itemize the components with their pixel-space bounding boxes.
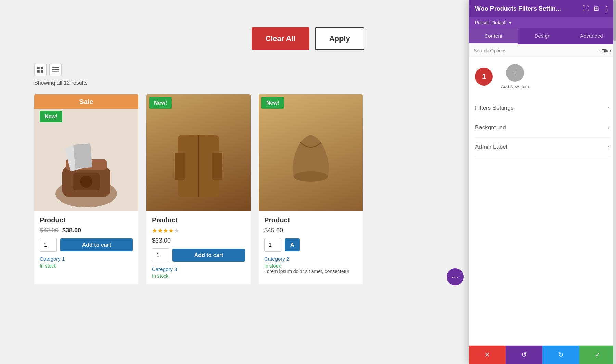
panel-preset[interactable]: Preset: Default ▾ xyxy=(469,17,616,28)
panel-header-icons: ⛶ ⊞ ⋮ xyxy=(583,5,610,12)
new-badge: New! xyxy=(149,97,172,109)
items-row: 1 + Add New Item xyxy=(475,64,610,89)
preset-label: Preset: Default xyxy=(475,20,507,25)
original-price: $42.00 xyxy=(40,227,59,234)
new-badge: New! xyxy=(261,97,284,109)
svg-rect-13 xyxy=(73,143,92,169)
scrollbar-track xyxy=(613,0,616,364)
bottom-action-bar: ✕ ↺ ↻ ✓ xyxy=(469,345,616,364)
accordion-title-admin: Admin Label xyxy=(475,144,508,151)
product-image: New! xyxy=(259,94,363,211)
cancel-button[interactable]: ✕ xyxy=(469,346,506,364)
accordion-background: Background › xyxy=(475,118,610,138)
panel-icon-layout[interactable]: ⊞ xyxy=(594,5,599,12)
product-info: Product $45.00 A Category 2 In stock Lor… xyxy=(259,211,363,280)
svg-rect-6 xyxy=(52,71,59,72)
product-description: Lorem ipsum dolor sit amet, consectetur xyxy=(264,269,357,274)
grid-view-button[interactable] xyxy=(34,64,47,76)
scrollbar-thumb[interactable] xyxy=(613,0,616,41)
svg-rect-0 xyxy=(37,67,40,69)
svg-point-10 xyxy=(80,176,92,188)
product-card: Sale New! Product $42.00 $38.00 Add to c… xyxy=(34,94,138,284)
filter-button[interactable]: + Filter xyxy=(598,48,611,53)
svg-rect-3 xyxy=(41,70,43,73)
panel-header: Woo Products Filters Settin... ⛶ ⊞ ⋮ xyxy=(469,0,616,17)
product-card: New! Product $45.00 A Category 2 In stoc… xyxy=(259,94,363,284)
add-new-label: Add New Item xyxy=(501,84,529,89)
panel-tabs: Content Design Advanced xyxy=(469,28,616,44)
apply-button[interactable]: Apply xyxy=(315,27,364,50)
tab-design[interactable]: Design xyxy=(518,28,567,44)
add-to-cart-button[interactable]: A xyxy=(285,238,300,251)
quantity-input[interactable] xyxy=(152,248,169,262)
undo-button[interactable]: ↺ xyxy=(506,346,543,364)
svg-rect-17 xyxy=(212,153,222,180)
sale-badge: Sale xyxy=(34,94,138,109)
qty-cart-row: Add to cart xyxy=(152,248,245,262)
qty-cart-row: Add to cart xyxy=(40,238,133,252)
product-price: $45.00 xyxy=(264,227,357,234)
star-rating: ★★★★★ xyxy=(152,227,245,234)
accordion-title-filters: Filters Settings xyxy=(475,105,513,112)
product-image: Sale New! xyxy=(34,94,138,211)
product-card: New! Product ★★★★★ $33.00 Add to cart Ca… xyxy=(146,94,251,284)
price: $45.00 xyxy=(264,227,283,234)
accordion-title-background: Background xyxy=(475,124,506,131)
product-name: Product xyxy=(40,216,133,224)
add-new-item-button[interactable]: + Add New Item xyxy=(501,64,529,89)
svg-rect-4 xyxy=(52,67,59,68)
clear-all-button[interactable]: Clear All xyxy=(252,27,309,50)
sale-price: $38.00 xyxy=(62,227,81,234)
panel-body: 1 + Add New Item Filters Settings › Back… xyxy=(469,57,616,345)
accordion-header-filters[interactable]: Filters Settings › xyxy=(475,99,610,118)
stock-status: In stock xyxy=(264,263,357,269)
panel-icon-screen[interactable]: ⛶ xyxy=(583,5,589,12)
accordion-filters-settings: Filters Settings › xyxy=(475,99,610,118)
svg-rect-5 xyxy=(52,69,59,70)
quantity-input[interactable] xyxy=(40,238,57,252)
chevron-down-icon: › xyxy=(608,144,610,150)
price: $33.00 xyxy=(152,237,171,244)
new-badge: New! xyxy=(40,111,62,122)
panel-title: Woo Products Filters Settin... xyxy=(475,5,561,12)
svg-point-18 xyxy=(294,171,328,182)
product-image: New! xyxy=(146,94,251,211)
product-name: Product xyxy=(264,216,357,224)
tab-advanced[interactable]: Advanced xyxy=(567,28,616,44)
stock-status: In stock xyxy=(152,273,245,279)
list-view-button[interactable] xyxy=(49,64,62,76)
svg-rect-1 xyxy=(41,67,43,69)
accordion-header-admin[interactable]: Admin Label › xyxy=(475,138,610,157)
panel-icon-more[interactable]: ⋮ xyxy=(604,5,610,12)
product-price: $33.00 xyxy=(152,237,245,244)
product-grid: Sale New! Product $42.00 $38.00 Add to c… xyxy=(34,94,363,284)
quantity-input[interactable] xyxy=(264,238,281,252)
product-category[interactable]: Category 1 xyxy=(40,256,133,262)
settings-panel: Woo Products Filters Settin... ⛶ ⊞ ⋮ Pre… xyxy=(469,0,616,364)
save-button[interactable]: ✓ xyxy=(579,346,616,364)
product-category[interactable]: Category 2 xyxy=(264,256,357,262)
panel-search-row: Search Options + Filter xyxy=(469,44,616,57)
tab-content[interactable]: Content xyxy=(469,28,518,44)
item-1-circle[interactable]: 1 xyxy=(475,68,493,86)
product-price: $42.00 $38.00 xyxy=(40,227,133,234)
floating-menu-button[interactable]: ··· xyxy=(447,268,464,285)
add-to-cart-button[interactable]: Add to cart xyxy=(60,238,133,251)
product-name: Product xyxy=(152,216,245,224)
accordion-header-background[interactable]: Background › xyxy=(475,118,610,137)
qty-cart-row: A xyxy=(264,238,357,252)
product-category[interactable]: Category 3 xyxy=(152,266,245,272)
accordion-admin-label: Admin Label › xyxy=(475,138,610,157)
product-info: Product ★★★★★ $33.00 Add to cart Categor… xyxy=(146,211,251,284)
svg-rect-2 xyxy=(37,70,40,73)
chevron-down-icon: › xyxy=(608,125,610,131)
search-options-label: Search Options xyxy=(474,48,507,53)
product-info: Product $42.00 $38.00 Add to cart Catego… xyxy=(34,211,138,274)
stock-status: In stock xyxy=(40,263,133,269)
add-to-cart-button[interactable]: Add to cart xyxy=(172,249,245,262)
add-new-icon: + xyxy=(506,64,524,82)
preset-chevron-icon: ▾ xyxy=(509,20,511,25)
redo-button[interactable]: ↻ xyxy=(542,346,579,364)
chevron-down-icon: › xyxy=(608,105,610,111)
svg-rect-16 xyxy=(175,153,185,180)
